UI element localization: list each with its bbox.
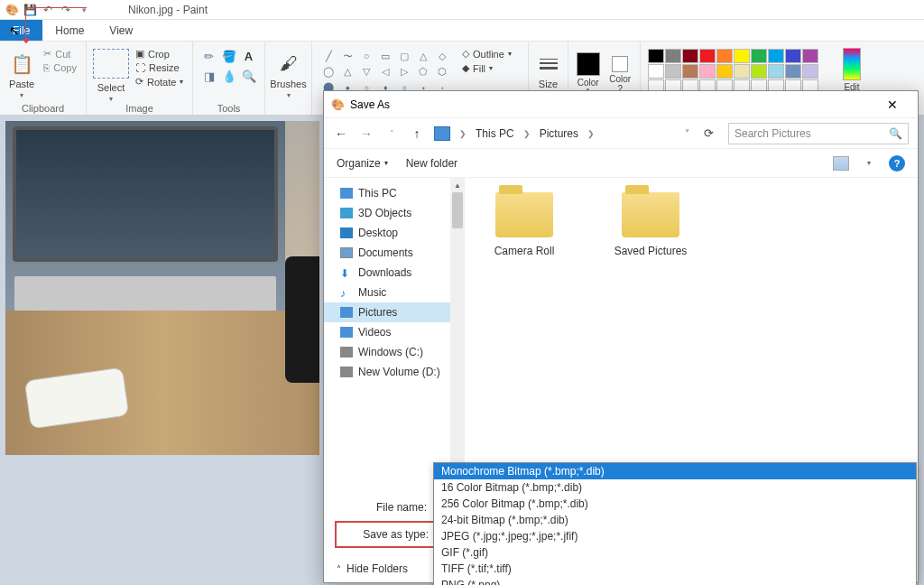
brushes-button[interactable]: 🖌 Brushes ▾ xyxy=(270,47,306,103)
folder-camera-roll[interactable]: Camera Roll xyxy=(479,192,569,257)
palette-swatch[interactable] xyxy=(802,49,818,63)
menu-home[interactable]: Home xyxy=(42,20,97,41)
palette-swatch[interactable] xyxy=(802,64,818,79)
downloads-icon: ⬇ xyxy=(340,267,353,278)
pencil-tool-icon[interactable]: ✏ xyxy=(200,47,218,65)
tree-3dobjects[interactable]: 3D Objects xyxy=(324,203,450,223)
canvas-image[interactable] xyxy=(5,121,319,455)
search-input[interactable]: Search Pictures 🔍 xyxy=(728,123,909,144)
cut-button[interactable]: ✂Cut xyxy=(40,47,80,60)
cut-icon: ✂ xyxy=(43,48,51,60)
close-button[interactable]: ✕ xyxy=(874,92,910,117)
palette-swatch[interactable] xyxy=(751,64,767,79)
redo-icon[interactable]: ↷ xyxy=(58,2,74,18)
select-button[interactable]: Select ▾ xyxy=(92,47,130,103)
outline-button[interactable]: ◇Outline ▾ xyxy=(458,47,515,60)
tree-scrollbar[interactable]: ▲ ▼ xyxy=(450,178,465,490)
palette-swatch[interactable] xyxy=(785,49,801,63)
search-placeholder: Search Pictures xyxy=(735,127,811,140)
save-icon[interactable]: 💾 xyxy=(22,2,38,18)
palette-swatch[interactable] xyxy=(682,49,698,63)
breadcrumb-pictures[interactable]: Pictures xyxy=(540,127,578,140)
resize-button[interactable]: ⛶Resize xyxy=(132,61,187,74)
palette-swatch[interactable] xyxy=(648,64,664,79)
copy-button[interactable]: ⎘Copy xyxy=(40,61,80,74)
rotate-button[interactable]: ⟳Rotate ▾ xyxy=(132,75,187,88)
palette-swatch[interactable] xyxy=(768,64,784,79)
palette-swatch[interactable] xyxy=(716,64,733,79)
palette-swatch[interactable] xyxy=(648,49,664,63)
text-tool-icon[interactable]: A xyxy=(240,47,258,65)
tree-windows-c[interactable]: Windows (C:) xyxy=(324,342,450,362)
palette-swatch[interactable] xyxy=(734,49,750,63)
folder-icon xyxy=(622,192,679,237)
eraser-tool-icon[interactable]: ◨ xyxy=(200,67,218,85)
undo-icon[interactable]: ↶ xyxy=(40,2,56,18)
color-palette[interactable] xyxy=(646,47,820,96)
nav-back-icon[interactable]: ← xyxy=(333,126,349,141)
edit-colors-icon xyxy=(843,48,861,80)
palette-swatch[interactable] xyxy=(699,64,716,79)
breadcrumb-sep-icon: ❯ xyxy=(523,129,531,138)
view-options-button[interactable] xyxy=(833,156,849,171)
palette-swatch[interactable] xyxy=(665,64,681,79)
breadcrumb-thispc[interactable]: This PC xyxy=(476,127,514,140)
file-list[interactable]: Camera Roll Saved Pictures xyxy=(465,178,918,490)
palette-swatch[interactable] xyxy=(716,49,733,63)
address-dropdown-icon[interactable]: ˅ xyxy=(685,128,689,138)
drive-icon xyxy=(340,367,353,377)
scroll-up-icon[interactable]: ▲ xyxy=(450,178,465,192)
fill-button[interactable]: ◆Fill ▾ xyxy=(458,61,515,75)
palette-swatch[interactable] xyxy=(734,64,750,79)
navigation-tree: This PC 3D Objects Desktop Documents ⬇Do… xyxy=(324,178,450,490)
tree-thispc[interactable]: This PC xyxy=(324,183,450,203)
paste-button[interactable]: 📋 Paste ▾ xyxy=(5,47,38,103)
nav-forward-icon[interactable]: → xyxy=(358,126,374,141)
palette-swatch[interactable] xyxy=(699,49,716,63)
zoom-tool-icon[interactable]: 🔍 xyxy=(240,67,258,85)
palette-swatch[interactable] xyxy=(682,64,698,79)
chevron-down-icon[interactable]: ▾ xyxy=(867,159,871,167)
menu-file[interactable]: File xyxy=(0,20,42,41)
savetype-option[interactable]: Monochrome Bitmap (*.bmp;*.dib) xyxy=(434,463,916,479)
tree-documents[interactable]: Documents xyxy=(324,243,450,263)
outline-icon: ◇ xyxy=(462,48,469,60)
dialog-title: Save As xyxy=(350,98,390,111)
savetype-option[interactable]: PNG (*.png) xyxy=(434,577,916,585)
palette-swatch[interactable] xyxy=(768,49,784,63)
shapes-gallery[interactable]: ╱〜○▭▢△◇ ◯△▽◁▷⬠⬡ ⬤⬥⬦⬧⬨⬩⬪ xyxy=(318,47,453,96)
savetype-option[interactable]: 24-bit Bitmap (*.bmp;*.dib) xyxy=(434,512,916,528)
tree-downloads[interactable]: ⬇Downloads xyxy=(324,263,450,283)
scroll-thumb[interactable] xyxy=(452,192,463,228)
qat-dropdown-icon[interactable]: ▾ xyxy=(76,2,92,18)
refresh-icon[interactable]: ⟳ xyxy=(704,126,714,140)
crop-button[interactable]: ▣Crop xyxy=(132,47,187,60)
nav-up-icon[interactable]: ↑ xyxy=(409,126,425,141)
tree-music[interactable]: ♪Music xyxy=(324,283,450,302)
tree-videos[interactable]: Videos xyxy=(324,322,450,342)
group-label-tools: Tools xyxy=(193,103,264,114)
help-icon[interactable]: ? xyxy=(889,155,905,172)
savetype-option[interactable]: 16 Color Bitmap (*.bmp;*.dib) xyxy=(434,479,916,496)
savetype-option[interactable]: TIFF (*.tif;*.tiff) xyxy=(434,561,916,577)
organize-button[interactable]: Organize▾ xyxy=(337,157,388,170)
nav-history-icon[interactable]: ˅ xyxy=(383,129,400,138)
folder-icon xyxy=(340,208,353,218)
palette-swatch[interactable] xyxy=(665,49,681,63)
savetype-option[interactable]: GIF (*.gif) xyxy=(434,544,916,561)
new-folder-button[interactable]: New folder xyxy=(406,157,457,170)
fill-tool-icon[interactable]: 🪣 xyxy=(220,47,238,65)
picker-tool-icon[interactable]: 💧 xyxy=(220,67,238,85)
savetype-option[interactable]: JPEG (*.jpg;*.jpeg;*.jpe;*.jfif) xyxy=(434,528,916,544)
menu-view[interactable]: View xyxy=(97,20,145,41)
palette-swatch[interactable] xyxy=(785,64,801,79)
savetype-option[interactable]: 256 Color Bitmap (*.bmp;*.dib) xyxy=(434,496,916,512)
tree-desktop[interactable]: Desktop xyxy=(324,223,450,243)
paint-app-icon: 🎨 xyxy=(331,98,345,111)
palette-swatch[interactable] xyxy=(751,49,767,63)
folder-saved-pictures[interactable]: Saved Pictures xyxy=(605,192,696,257)
tree-newvolume[interactable]: New Volume (D:) xyxy=(324,362,450,382)
rotate-icon: ⟳ xyxy=(135,76,143,88)
paste-icon: 📋 xyxy=(9,51,34,77)
tree-pictures[interactable]: Pictures xyxy=(324,302,450,322)
